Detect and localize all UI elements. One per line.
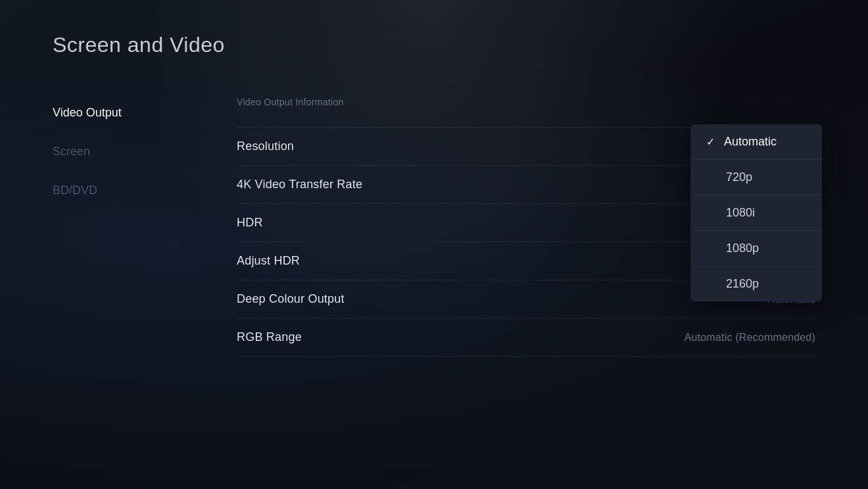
page-container: Screen and Video Video Output Screen BD/… (0, 0, 868, 489)
check-icon: ✓ (706, 136, 715, 148)
dropdown-label-2160p: 2160p (726, 277, 759, 291)
hdr-label: HDR (237, 216, 263, 230)
main-content: Video Output Information Resolution ✓ Au… (237, 97, 815, 357)
4k-transfer-label: 4K Video Transfer Rate (237, 178, 362, 192)
dropdown-label-1080p: 1080p (726, 242, 759, 255)
dropdown-item-automatic[interactable]: ✓ Automatic (690, 124, 822, 159)
setting-row-rgb-range[interactable]: RGB Range Automatic (Recommended) (237, 319, 815, 357)
resolution-label: Resolution (237, 140, 294, 153)
dropdown-label-1080i: 1080i (726, 206, 755, 220)
dropdown-item-2160p[interactable]: 2160p (690, 266, 822, 301)
dropdown-label-automatic: Automatic (724, 135, 777, 149)
adjust-hdr-label: Adjust HDR (237, 254, 300, 268)
page-title: Screen and Video (53, 33, 815, 57)
sidebar-item-video-output[interactable]: Video Output (53, 103, 237, 122)
resolution-dropdown[interactable]: ✓ Automatic 720p 1080i (690, 124, 822, 301)
rgb-range-value: Automatic (Recommended) (685, 332, 815, 344)
settings-list: Resolution ✓ Automatic 720p (237, 127, 815, 357)
sidebar-item-screen[interactable]: Screen (53, 142, 237, 161)
dropdown-label-720p: 720p (726, 170, 752, 184)
sidebar-item-bd-dvd[interactable]: BD/DVD (53, 181, 237, 200)
deep-colour-label: Deep Colour Output (237, 292, 345, 306)
section-title: Video Output Information (237, 97, 815, 107)
sidebar: Video Output Screen BD/DVD (53, 97, 237, 357)
dropdown-item-1080i[interactable]: 1080i (690, 195, 822, 230)
rgb-range-label: RGB Range (237, 330, 302, 344)
setting-row-resolution[interactable]: Resolution ✓ Automatic 720p (237, 127, 815, 166)
dropdown-item-1080p[interactable]: 1080p (690, 230, 822, 266)
dropdown-item-720p[interactable]: 720p (690, 159, 822, 195)
content-layout: Video Output Screen BD/DVD Video Output … (53, 97, 815, 357)
